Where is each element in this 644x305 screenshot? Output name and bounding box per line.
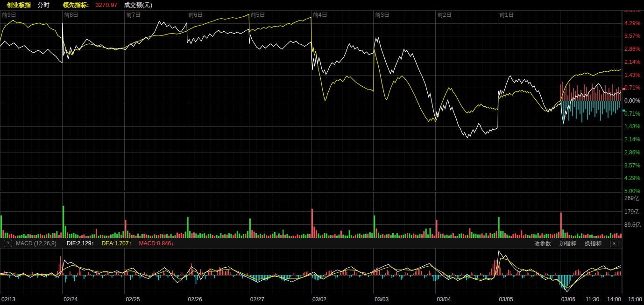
add-indicator-button[interactable]: 加指标: [559, 240, 576, 248]
axis-current-value-marker-1: [623, 110, 625, 111]
day-label-4: 前4日: [313, 11, 327, 19]
date-label-03-02[interactable]: 03/02: [312, 296, 326, 303]
volume-axis-label-0: 269亿: [624, 194, 639, 202]
volume-axis-label-2: 89.6亿: [624, 221, 641, 229]
close-indicator-icon[interactable]: ×: [610, 240, 618, 247]
macd-hist-value: MACD:0.846↓: [139, 240, 174, 247]
stock-chart-app: 前9日前8日前7日前6日前5日前4日前3日前2日前1日 ? MACD (12,2…: [0, 0, 644, 305]
macd-indicator-header: ? MACD (12,26,9) DIF:2.129↑ DEA:1.707↑ M…: [0, 238, 622, 249]
main-axis-label-11: 2.86%: [624, 149, 640, 156]
macd-line-dea: [0, 258, 621, 288]
axis-current-value-marker-0: [623, 88, 625, 90]
macd-indicator-name: MACD (12,26,9): [16, 240, 57, 247]
macd-line-dif: [0, 251, 621, 291]
day-label-3: 前3日: [375, 11, 389, 19]
chart-area: 前9日前8日前7日前6日前5日前4日前3日前2日前1日 ? MACD (12,2…: [0, 0, 644, 305]
day-label-5: 前5日: [251, 11, 265, 19]
time-label-15-00: 15:00: [628, 296, 642, 303]
main-price-pane[interactable]: [0, 10, 622, 191]
date-label-02-24[interactable]: 02/24: [64, 296, 78, 303]
main-axis-label-14: 5.00%: [624, 188, 640, 194]
macd-dif-value: DIF:2.129↑: [67, 240, 94, 247]
date-label-03-05[interactable]: 03/05: [499, 296, 513, 303]
volume-pane[interactable]: [0, 192, 622, 238]
date-label-02-27[interactable]: 02/27: [250, 296, 264, 303]
main-axis-label-5: 1.43%: [624, 72, 640, 78]
date-label-02-25[interactable]: 02/25: [126, 296, 140, 303]
leading-indicator-line: [0, 14, 621, 122]
time-label-14-00: 14:00: [607, 296, 621, 303]
main-axis-label-8: 0.71%: [624, 111, 640, 117]
main-axis-label-1: 4.29%: [624, 20, 640, 27]
leading-indicator: 领先指标:3270.97: [56, 1, 117, 9]
main-axis-label-7: 0.00%: [624, 97, 640, 104]
date-label-03-04[interactable]: 03/04: [437, 296, 451, 303]
main-axis-label-13: 4.29%: [624, 175, 640, 181]
day-label-6: 前6日: [189, 11, 203, 19]
right-axis: 5.00%4.29%3.57%2.86%2.14%1.43%0.71%0.00%…: [622, 10, 644, 294]
volume-axis-label-1: 179亿: [624, 208, 639, 216]
macd-pane[interactable]: [0, 248, 622, 294]
main-axis-label-9: 1.43%: [624, 123, 640, 130]
day-label-9: 前9日: [2, 11, 16, 19]
change-params-button[interactable]: 改参数: [534, 240, 551, 248]
price-line: [0, 21, 621, 138]
turnover-label: 成交额(元): [124, 1, 152, 9]
index-symbol: 创业板指: [7, 1, 31, 9]
main-axis-label-6: 0.71%: [624, 84, 640, 91]
main-axis-label-12: 3.57%: [624, 162, 640, 169]
date-label-02-26[interactable]: 02/26: [188, 296, 202, 303]
date-label-02-13[interactable]: 02/13: [1, 296, 15, 303]
date-label-03-03[interactable]: 03/03: [375, 296, 389, 303]
chart-mode-label[interactable]: 分时: [37, 1, 50, 9]
day-label-7: 前7日: [126, 11, 141, 19]
date-axis: 02/1302/2402/2502/2602/2703/0203/0303/04…: [0, 294, 644, 305]
help-icon[interactable]: ?: [4, 240, 12, 247]
main-axis-label-4: 2.14%: [624, 59, 640, 65]
day-label-8: 前8日: [64, 11, 78, 19]
vertical-grid: [0, 192, 622, 238]
day-label-1: 前1日: [500, 11, 514, 19]
macd-histogram: [0, 256, 621, 290]
day-label-2: 前2日: [437, 11, 452, 19]
date-label-03-06[interactable]: 03/06: [561, 296, 575, 303]
main-axis-label-3: 2.86%: [624, 46, 640, 52]
leading-indicator-label: 领先指标:: [63, 1, 89, 8]
top-status-bar: 创业板指 分时 领先指标:3270.97 成交额(元): [0, 0, 644, 11]
main-axis-label-2: 3.57%: [624, 33, 640, 39]
leading-indicator-value: 3270.97: [95, 1, 117, 8]
main-axis-label-10: 2.14%: [624, 136, 640, 143]
switch-indicator-button[interactable]: 换指标: [585, 240, 602, 248]
time-label-11-30: 11:30: [586, 296, 599, 303]
macd-dea-value: DEA:1.707↑: [101, 240, 131, 247]
